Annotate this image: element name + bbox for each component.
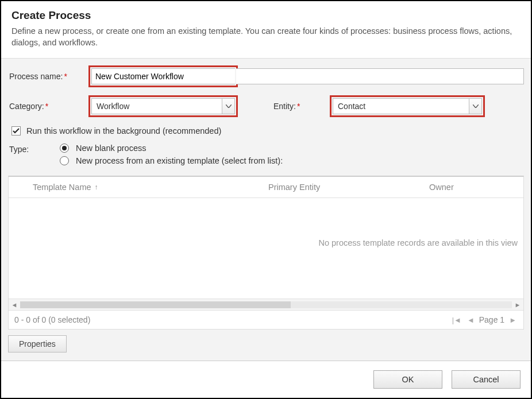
- type-option-label: New blank process: [76, 144, 147, 153]
- check-icon: [13, 128, 20, 134]
- pager-prev-icon[interactable]: ◄: [466, 316, 476, 324]
- grid-pager: 0 - 0 of 0 (0 selected) |◄ ◄ Page 1 ►: [9, 310, 523, 329]
- dialog-title: Create Process: [11, 9, 521, 22]
- template-grid: Template Name ↑ Primary Entity Owner No …: [8, 176, 524, 330]
- chevron-down-icon[interactable]: [469, 99, 481, 114]
- ok-button[interactable]: OK: [373, 370, 442, 389]
- column-template-name[interactable]: Template Name ↑: [33, 183, 268, 192]
- pager-first-icon[interactable]: |◄: [451, 316, 462, 324]
- highlight-process-name: [88, 65, 238, 87]
- template-grid-area: Template Name ↑ Primary Entity Owner No …: [1, 176, 531, 361]
- column-owner[interactable]: Owner: [429, 183, 519, 192]
- form-panel: Process name:* Category:* Workflow: [1, 58, 531, 176]
- highlight-entity: Contact: [330, 95, 485, 117]
- type-option-template[interactable]: New process from an existing template (s…: [60, 156, 283, 165]
- category-value: Workflow: [92, 102, 222, 111]
- run-background-label: Run this workflow in the background (rec…: [26, 126, 221, 135]
- properties-button[interactable]: Properties: [8, 335, 67, 352]
- dialog-footer: OK Cancel: [1, 361, 531, 398]
- entity-value: Contact: [333, 102, 469, 111]
- grid-header: Template Name ↑ Primary Entity Owner: [9, 177, 523, 198]
- type-radio-group: New blank process New process from an ex…: [60, 144, 283, 165]
- pager-next-icon[interactable]: ►: [508, 316, 518, 324]
- column-select[interactable]: [13, 183, 33, 192]
- process-name-input-extend[interactable]: [236, 68, 524, 84]
- process-name-row: Process name:*: [8, 65, 524, 87]
- required-asterisk: *: [297, 102, 300, 111]
- pager-page-label: Page 1: [479, 315, 504, 324]
- type-label: Type:: [8, 144, 60, 154]
- scroll-track[interactable]: [20, 301, 512, 308]
- required-asterisk: *: [64, 72, 67, 81]
- entity-select[interactable]: Contact: [333, 98, 482, 114]
- required-asterisk: *: [45, 102, 48, 111]
- grid-empty-message: No process template records are availabl…: [318, 238, 518, 247]
- grid-body: No process template records are availabl…: [9, 198, 523, 299]
- radio-icon: [60, 144, 69, 153]
- run-background-checkbox[interactable]: [11, 126, 21, 135]
- scroll-thumb[interactable]: [20, 301, 291, 308]
- category-label: Category:*: [8, 102, 88, 111]
- grid-horizontal-scrollbar[interactable]: ◄ ►: [9, 299, 523, 310]
- highlight-category: Workflow: [88, 95, 238, 117]
- category-select[interactable]: Workflow: [91, 98, 235, 114]
- scroll-right-icon[interactable]: ►: [512, 299, 523, 310]
- cancel-button[interactable]: Cancel: [452, 370, 521, 389]
- process-name-label: Process name:*: [8, 72, 88, 81]
- radio-icon: [60, 156, 69, 165]
- pager-status: 0 - 0 of 0 (0 selected): [14, 315, 90, 324]
- sort-ascending-icon: ↑: [95, 183, 98, 191]
- dialog-subtitle: Define a new process, or create one from…: [11, 25, 521, 49]
- type-option-blank[interactable]: New blank process: [60, 144, 283, 153]
- process-name-input[interactable]: [91, 68, 235, 84]
- type-option-label: New process from an existing template (s…: [76, 156, 283, 165]
- chevron-down-icon[interactable]: [222, 99, 234, 114]
- dialog-header: Create Process Define a new process, or …: [1, 1, 531, 58]
- scroll-left-icon[interactable]: ◄: [9, 299, 20, 310]
- entity-label: Entity:*: [272, 102, 330, 111]
- column-primary-entity[interactable]: Primary Entity: [268, 183, 429, 192]
